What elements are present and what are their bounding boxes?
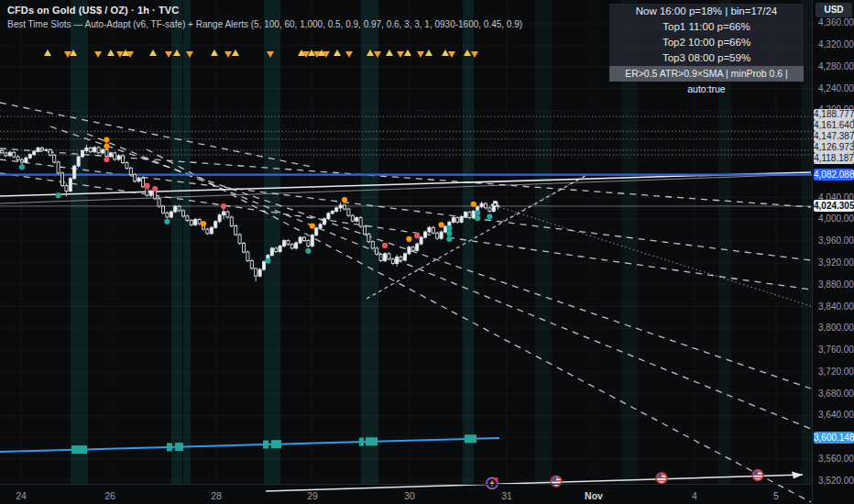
candle-up	[85, 148, 88, 151]
candle-up	[109, 153, 112, 157]
candle-down	[13, 152, 16, 157]
candle-down	[154, 191, 157, 198]
red-signal-dot	[144, 182, 149, 188]
slot-marker-up-triangle	[404, 49, 411, 56]
candle-up	[327, 214, 330, 219]
pivot-price-label: 4,161.640	[814, 120, 854, 131]
candle-down	[388, 254, 390, 259]
candle-up	[170, 212, 172, 217]
candle-down	[121, 156, 124, 163]
red-signal-dot	[152, 186, 158, 192]
slot-volume-square	[366, 437, 378, 445]
price-tick-label: 4,280.000	[818, 61, 854, 71]
candle-up	[101, 149, 104, 153]
candle-up	[383, 254, 386, 261]
stats-filter-row: ER>0.5 ATR>0.9×SMA | minProb 0.6 | auto:…	[609, 66, 804, 82]
slot-marker-up-triangle	[232, 49, 239, 56]
timeslot-band	[463, 0, 474, 484]
slot-marker-down-triangle	[448, 51, 455, 58]
candle-down	[141, 178, 144, 187]
candle-up	[194, 219, 197, 225]
candle-down	[347, 209, 350, 215]
slot-marker-up-triangle	[334, 49, 341, 56]
candle-down	[238, 235, 241, 244]
time-axis[interactable]: 242628293031Nov45	[0, 484, 812, 504]
candle-up	[174, 206, 177, 212]
slot-marker-up-triangle	[442, 49, 449, 56]
candle-up	[452, 218, 454, 223]
candle-down	[166, 213, 169, 217]
pivot-price-label: 4,188.777	[814, 109, 854, 120]
red-signal-dot	[221, 203, 226, 209]
pivot-price-label: 4,118.187	[814, 153, 854, 164]
candle-down	[255, 268, 257, 276]
green-signal-dot	[446, 225, 452, 231]
green-signal-dot	[446, 231, 452, 236]
time-tick-label: 29	[307, 490, 318, 501]
candle-down	[302, 237, 305, 241]
stats-top2-row: Top2 10:00 p=66%	[609, 35, 804, 50]
candle-up	[222, 212, 224, 215]
candle-up	[218, 215, 221, 222]
slot-volume-square	[175, 443, 183, 451]
candle-down	[161, 206, 164, 213]
orange-signal-dot	[406, 236, 411, 242]
candle-up	[279, 247, 281, 252]
slot-marker-down-triangle	[165, 51, 172, 58]
candle-down	[181, 211, 184, 216]
slot-marker-up-triangle	[425, 49, 432, 56]
slot-volume-square	[263, 441, 268, 449]
candle-down	[359, 218, 362, 227]
slot-volume-square	[271, 440, 281, 448]
candle-up	[423, 232, 426, 237]
orange-signal-dot	[439, 222, 444, 227]
candle-up	[403, 254, 406, 260]
candle-down	[226, 212, 229, 217]
candle-up	[315, 228, 318, 236]
candle-down	[53, 155, 56, 162]
green-signal-dot	[446, 236, 452, 242]
candle-down	[411, 247, 414, 251]
timeslot-band	[183, 0, 191, 484]
candle-up	[339, 205, 342, 208]
slot-marker-up-triangle	[308, 49, 315, 56]
candle-down	[376, 248, 378, 255]
candle-up	[295, 243, 298, 248]
candle-down	[371, 242, 374, 248]
candle-up	[335, 208, 338, 212]
candle-up	[299, 237, 301, 243]
price-tick-label: 3,640.000	[818, 410, 854, 420]
candle-up	[460, 216, 463, 222]
slot-marker-up-triangle	[107, 49, 115, 56]
price-tick-label: 3,560.000	[818, 454, 854, 464]
currency-toggle-button[interactable]: USD	[816, 3, 852, 17]
candle-down	[250, 261, 253, 268]
candle-up	[282, 241, 285, 247]
candle-down	[456, 218, 459, 223]
candle-up	[472, 211, 475, 217]
green-signal-dot	[19, 164, 25, 170]
candle-up	[45, 149, 48, 150]
candle-up	[73, 166, 76, 179]
candle-down	[351, 215, 354, 221]
green-signal-dot	[265, 257, 270, 263]
price-tick-label: 4,320.000	[818, 39, 854, 49]
white-trendline	[0, 174, 811, 203]
price-axis[interactable]: USD 4,360.0004,320.0004,280.0004,240.000…	[812, 0, 854, 504]
red-signal-dot	[382, 243, 388, 248]
time-tick-label: 5	[773, 490, 779, 501]
candle-down	[0, 150, 3, 152]
candle-down	[432, 227, 434, 233]
orange-signal-dot	[104, 137, 109, 142]
blue-line-price-label: 4,082.088	[814, 169, 854, 181]
alert-notification-dot	[495, 477, 498, 481]
time-tick-label: 26	[104, 490, 115, 501]
candle-up	[93, 148, 96, 152]
candle-up	[33, 151, 36, 155]
green-signal-dot	[475, 215, 480, 221]
candle-down	[49, 149, 51, 155]
candle-down	[488, 208, 491, 212]
candle-down	[60, 173, 63, 186]
candle-up	[416, 244, 419, 250]
price-tick-label: 3,960.000	[818, 236, 854, 246]
